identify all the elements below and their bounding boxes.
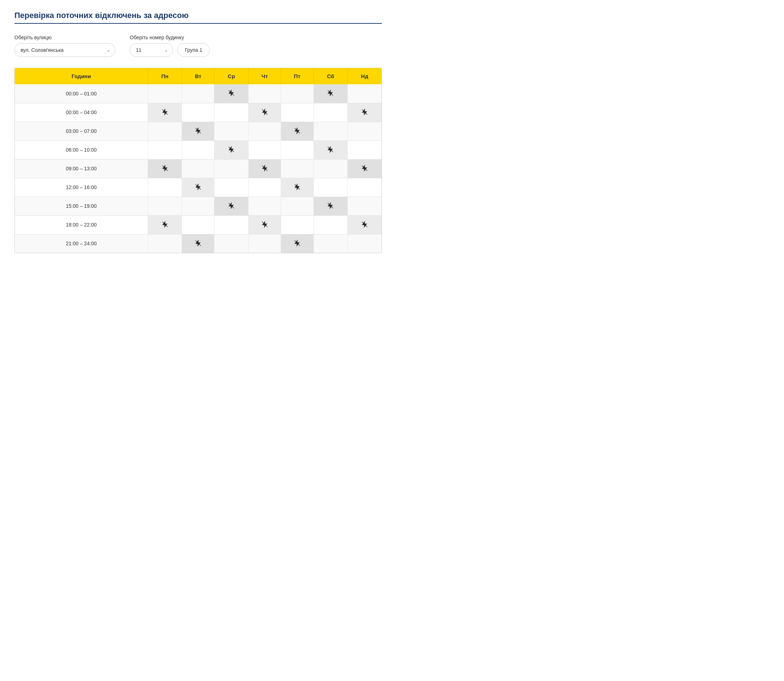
schedule-cell — [313, 103, 347, 122]
schedule-cell — [281, 196, 313, 215]
schedule-cell — [281, 122, 313, 141]
schedule-cell — [249, 103, 281, 122]
lightning-icon — [161, 220, 169, 228]
schedule-cell — [313, 178, 347, 196]
header-sat: Сб — [313, 68, 347, 84]
schedule-cell — [348, 103, 382, 122]
lightning-icon — [327, 202, 334, 210]
lightning-icon — [161, 164, 169, 172]
lightning-icon — [227, 89, 235, 97]
time-cell: 06:00 – 10:00 — [15, 141, 148, 159]
house-form-group: Оберіть номер будинку 11 ⌄ Група 1 — [130, 35, 210, 57]
schedule-cell — [249, 178, 281, 196]
schedule-cell — [148, 141, 182, 159]
lightning-icon — [227, 146, 235, 154]
street-select[interactable]: вул. Солом'янська — [14, 43, 115, 57]
table-row: 00:00 – 01:00 — [15, 84, 382, 103]
header-hours: Години — [15, 68, 148, 84]
table-row: 18:00 – 22:00 — [15, 215, 382, 234]
street-label: Оберіть вулицю — [14, 35, 115, 40]
lightning-icon — [361, 220, 368, 228]
lightning-icon — [361, 108, 368, 116]
schedule-cell — [281, 159, 313, 178]
schedule-cell — [313, 122, 347, 141]
lightning-icon — [293, 127, 301, 135]
schedule-cell — [182, 234, 214, 253]
street-form-group: Оберіть вулицю вул. Солом'янська ⌄ — [14, 35, 115, 57]
schedule-cell — [281, 234, 313, 253]
house-select[interactable]: 11 — [130, 43, 173, 57]
table-row: 00:00 – 04:00 — [15, 103, 382, 122]
schedule-cell — [148, 122, 182, 141]
schedule-cell — [313, 84, 347, 103]
header-wed: Ср — [214, 68, 249, 84]
schedule-cell — [148, 103, 182, 122]
schedule-cell — [249, 215, 281, 234]
house-select-wrapper: 11 ⌄ — [130, 43, 173, 57]
header-thu: Чт — [249, 68, 281, 84]
schedule-cell — [214, 215, 249, 234]
header-mon: Пн — [148, 68, 182, 84]
lightning-icon — [261, 164, 269, 172]
lightning-icon — [194, 239, 202, 247]
schedule-cell — [214, 234, 249, 253]
table-row: 12:00 – 16:00 — [15, 178, 382, 196]
lightning-icon — [361, 164, 368, 172]
header-sun: Нд — [348, 68, 382, 84]
lightning-icon — [261, 108, 269, 116]
schedule-cell — [249, 141, 281, 159]
time-cell: 00:00 – 04:00 — [15, 103, 148, 122]
lightning-icon — [194, 183, 202, 191]
lightning-icon — [327, 89, 334, 97]
schedule-cell — [182, 84, 214, 103]
table-row: 15:00 – 19:00 — [15, 196, 382, 215]
schedule-cell — [281, 103, 313, 122]
schedule-cell — [348, 215, 382, 234]
table-row: 06:00 – 10:00 — [15, 141, 382, 159]
schedule-cell — [214, 196, 249, 215]
schedule-cell — [313, 196, 347, 215]
schedule-cell — [249, 196, 281, 215]
schedule-cell — [182, 215, 214, 234]
schedule-cell — [281, 178, 313, 196]
schedule-cell — [214, 103, 249, 122]
schedule-cell — [281, 215, 313, 234]
schedule-cell — [182, 103, 214, 122]
schedule-cell — [148, 84, 182, 103]
street-select-wrapper: вул. Солом'янська ⌄ — [14, 43, 115, 57]
schedule-cell — [313, 141, 347, 159]
schedule-cell — [214, 84, 249, 103]
schedule-cell — [182, 122, 214, 141]
schedule-cell — [148, 178, 182, 196]
schedule-cell — [182, 141, 214, 159]
schedule-cell — [249, 84, 281, 103]
schedule-cell — [348, 159, 382, 178]
house-label: Оберіть номер будинку — [130, 35, 210, 40]
schedule-cell — [214, 122, 249, 141]
schedule-cell — [281, 84, 313, 103]
schedule-cell — [348, 122, 382, 141]
schedule-cell — [313, 234, 347, 253]
schedule-cell — [313, 159, 347, 178]
schedule-table: Години Пн Вт Ср Чт Пт Сб Нд 00:00 – 01:0… — [15, 68, 382, 253]
schedule-cell — [214, 159, 249, 178]
schedule-cell — [281, 141, 313, 159]
schedule-cell — [148, 234, 182, 253]
schedule-cell — [348, 84, 382, 103]
table-row: 03:00 – 07:00 — [15, 122, 382, 141]
schedule-cell — [182, 178, 214, 196]
header-tue: Вт — [182, 68, 214, 84]
schedule-table-body: 00:00 – 01:00 00:00 – 04:00 03:00 – 07:0… — [15, 84, 382, 253]
schedule-cell — [148, 215, 182, 234]
time-cell: 09:00 – 13:00 — [15, 159, 148, 178]
schedule-cell — [182, 196, 214, 215]
time-cell: 18:00 – 22:00 — [15, 215, 148, 234]
schedule-table-container: Години Пн Вт Ср Чт Пт Сб Нд 00:00 – 01:0… — [14, 68, 382, 253]
schedule-cell — [249, 159, 281, 178]
table-row: 21:00 – 24:00 — [15, 234, 382, 253]
time-cell: 15:00 – 19:00 — [15, 196, 148, 215]
time-cell: 21:00 – 24:00 — [15, 234, 148, 253]
header-fri: Пт — [281, 68, 313, 84]
schedule-cell — [348, 141, 382, 159]
schedule-cell — [348, 196, 382, 215]
